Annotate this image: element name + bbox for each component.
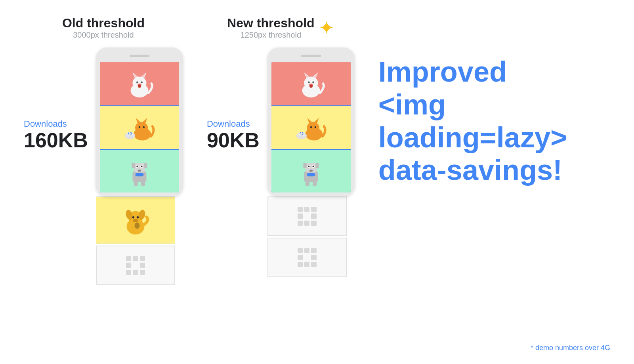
new-phone-screen xyxy=(271,62,351,192)
dog-robot-illustration xyxy=(126,155,153,187)
new-dog-robot-illustration xyxy=(297,155,325,187)
svg-point-46 xyxy=(312,81,314,83)
old-threshold-subtitle: 3000px threshold xyxy=(62,30,145,40)
old-downloads-text: Downloads xyxy=(24,119,88,129)
old-downloads-label-block: Downloads 160KB xyxy=(24,48,88,152)
old-img-cat-red xyxy=(100,62,179,105)
improved-title-line1: Improved xyxy=(378,55,507,88)
svg-point-11 xyxy=(135,122,148,133)
old-panel-header: Old threshold 3000px threshold xyxy=(62,16,145,40)
sparkle-icon: ✦ xyxy=(319,17,334,39)
improved-title-line2: <img loading=lazy> xyxy=(378,88,610,154)
svg-point-38 xyxy=(134,223,139,229)
new-img-loading-placeholder-1 xyxy=(267,196,347,236)
old-phone-column xyxy=(96,48,183,285)
new-downloads-text: Downloads xyxy=(207,119,260,129)
dog-yellow-illustration xyxy=(120,202,151,238)
svg-point-65 xyxy=(312,166,314,167)
svg-rect-29 xyxy=(134,181,138,186)
svg-rect-21 xyxy=(132,163,135,168)
svg-rect-56 xyxy=(298,132,305,136)
svg-rect-61 xyxy=(315,163,319,168)
cat-red-illustration xyxy=(124,68,155,99)
old-img-dog-yellow xyxy=(96,196,175,244)
svg-rect-58 xyxy=(304,171,318,182)
svg-point-45 xyxy=(308,81,310,83)
svg-point-35 xyxy=(132,216,134,219)
svg-rect-60 xyxy=(303,163,306,168)
svg-point-26 xyxy=(141,166,142,167)
new-loading-spinner-icon-1 xyxy=(298,207,317,226)
new-threshold-title: New threshold xyxy=(227,16,314,30)
new-threshold-panel: New threshold 1250px threshold ✦ Downloa… xyxy=(207,16,355,277)
new-img-cat-yellow xyxy=(271,105,351,149)
old-threshold-title: Old threshold xyxy=(62,16,145,30)
svg-point-48 xyxy=(309,84,313,88)
svg-point-24 xyxy=(136,166,138,167)
svg-point-63 xyxy=(308,166,309,167)
svg-rect-67 xyxy=(307,173,315,176)
svg-rect-66 xyxy=(309,170,313,172)
svg-rect-30 xyxy=(141,181,145,186)
svg-rect-68 xyxy=(306,181,309,186)
svg-point-37 xyxy=(133,219,138,222)
svg-rect-27 xyxy=(138,170,141,172)
new-phone-mockup xyxy=(267,48,355,196)
old-img-dog-teal xyxy=(100,149,179,192)
phone-speaker xyxy=(130,55,149,57)
svg-point-15 xyxy=(143,126,145,128)
new-img-loading-placeholder-2 xyxy=(267,238,347,277)
old-panel-content: Downloads 160KB xyxy=(24,48,183,285)
old-threshold-panel: Old threshold 3000px threshold Downloads… xyxy=(24,16,183,285)
svg-point-7 xyxy=(141,81,143,83)
demo-note: * demo numbers over 4G xyxy=(531,344,610,352)
new-downloads-label-block: Downloads 90KB xyxy=(207,48,260,152)
old-phone-mockup xyxy=(96,48,183,196)
svg-point-50 xyxy=(307,122,319,133)
new-phone-column xyxy=(267,48,355,277)
new-img-cat-red xyxy=(271,62,351,105)
old-phone-screen xyxy=(100,62,179,192)
svg-point-36 xyxy=(137,216,139,219)
svg-point-9 xyxy=(138,84,141,88)
svg-point-54 xyxy=(315,126,316,128)
new-panel-header: New threshold 1250px threshold ✦ xyxy=(227,16,334,40)
svg-point-14 xyxy=(139,126,140,128)
new-loading-spinner-icon-2 xyxy=(298,248,317,267)
old-img-loading-placeholder xyxy=(96,246,175,285)
panels-row: Old threshold 3000px threshold Downloads… xyxy=(24,16,355,285)
svg-rect-19 xyxy=(132,171,146,182)
new-downloads-size: 90KB xyxy=(207,129,260,152)
new-threshold-subtitle: 1250px threshold xyxy=(227,30,314,40)
svg-rect-22 xyxy=(144,163,147,168)
new-cat-red-illustration xyxy=(295,68,327,99)
new-cat-yellow-illustration xyxy=(295,113,327,143)
info-section: Improved <img loading=lazy> data-savings… xyxy=(355,16,610,187)
loading-spinner-icon xyxy=(126,256,145,275)
new-threshold-header-row: New threshold 1250px threshold ✦ xyxy=(227,16,334,40)
svg-rect-69 xyxy=(313,181,317,186)
cat-yellow-illustration xyxy=(124,113,155,143)
old-downloads-size: 160KB xyxy=(24,129,88,152)
svg-rect-28 xyxy=(135,173,143,176)
new-panel-content: Downloads 90KB xyxy=(207,48,355,277)
new-phone-speaker xyxy=(301,55,321,57)
old-img-cat-yellow xyxy=(100,105,179,149)
main-container: Old threshold 3000px threshold Downloads… xyxy=(0,0,634,364)
svg-point-53 xyxy=(310,126,312,128)
svg-point-6 xyxy=(136,81,138,83)
svg-rect-17 xyxy=(126,132,133,136)
new-img-dog-teal xyxy=(271,149,351,192)
improved-title-line3: data-savings! xyxy=(378,154,562,187)
